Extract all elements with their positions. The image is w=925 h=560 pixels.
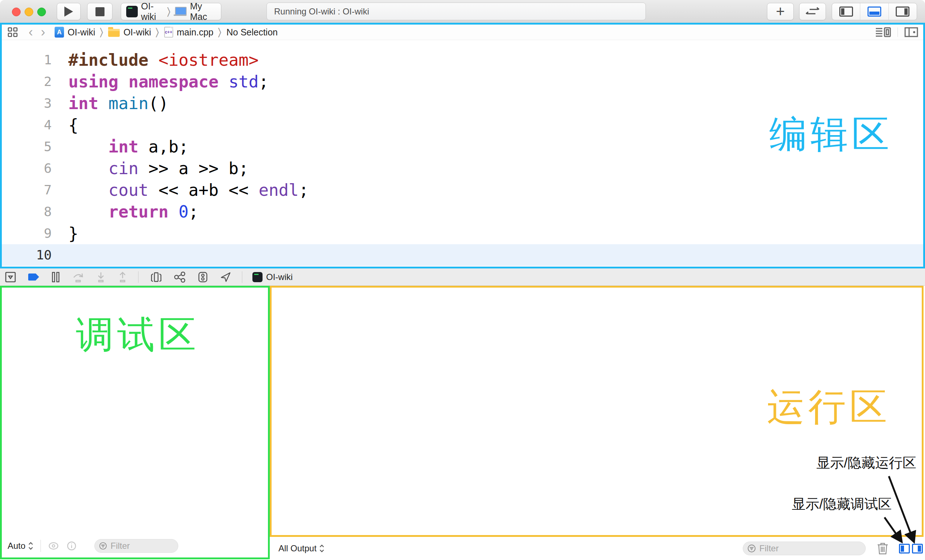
clear-console-trash-icon[interactable] (877, 542, 889, 555)
line-number[interactable]: 3 (2, 93, 56, 114)
view-debugger-icon (151, 272, 162, 282)
project-file-icon: A (54, 27, 64, 38)
process-app-icon (252, 272, 262, 282)
step-into-button[interactable] (96, 272, 105, 282)
console-output-selector[interactable]: All Output (279, 543, 324, 554)
activity-status-text: Running OI-wiki : OI-wiki (274, 6, 369, 17)
laptop-icon (173, 7, 187, 16)
code-line[interactable]: 10 (2, 244, 923, 266)
debug-area-annotation: 调试区 (76, 310, 200, 360)
line-number[interactable]: 2 (2, 71, 56, 93)
close-window-button[interactable] (12, 8, 21, 16)
code-line[interactable]: 9} (2, 222, 923, 244)
code-text: } (68, 222, 78, 244)
scope-selector-label: Auto (8, 541, 25, 551)
toggle-inspector-button[interactable] (889, 3, 917, 20)
toggle-navigator-button[interactable] (832, 3, 860, 20)
plus-icon: + (776, 3, 785, 20)
code-line[interactable]: 6 cin >> a >> b; (2, 158, 923, 179)
scheme-name: OI-wiki (141, 1, 163, 22)
code-line[interactable]: 4{ (2, 114, 923, 136)
minimize-window-button[interactable] (25, 8, 33, 16)
console-filter-field[interactable] (743, 542, 866, 555)
view-debugger-button[interactable] (151, 272, 162, 282)
stop-button[interactable] (87, 3, 113, 20)
breadcrumb-project-label: OI-wiki (68, 27, 95, 38)
editor-area: ‹ › A OI-wiki 〉 OI-wiki 〉 c++ main.cpp 〉… (0, 23, 925, 269)
breakpoint-icon (28, 273, 39, 281)
line-number[interactable]: 6 (2, 158, 56, 179)
step-over-button[interactable] (72, 272, 84, 282)
window-titlebar: OI-wiki 〉 My Mac Running OI-wiki : OI-wi… (0, 0, 925, 23)
info-icon[interactable] (67, 541, 76, 551)
pause-execution-button[interactable] (51, 272, 60, 282)
breadcrumb-file-label: main.cpp (177, 27, 213, 38)
breakpoints-toggle-button[interactable] (28, 273, 39, 281)
zoom-window-button[interactable] (37, 8, 46, 16)
breadcrumb-file[interactable]: c++ main.cpp (164, 27, 213, 38)
toggle-console-view-button[interactable] (912, 544, 923, 554)
editor-options-icon[interactable] (875, 27, 891, 38)
code-text: int main() (68, 93, 169, 114)
code-line[interactable]: 7 cout << a+b << endl; (2, 179, 923, 201)
console-filter-input[interactable] (759, 543, 861, 554)
line-number[interactable]: 9 (2, 222, 56, 244)
related-items-icon[interactable] (8, 27, 18, 37)
toggle-debug-area-button[interactable] (860, 3, 888, 20)
run-destination: My Mac (190, 1, 216, 22)
divider (41, 540, 41, 552)
line-number[interactable]: 7 (2, 179, 56, 201)
divider (138, 271, 139, 283)
code-line[interactable]: 8 return 0; (2, 201, 923, 222)
code-text: cin >> a >> b; (68, 158, 249, 179)
code-line[interactable]: 3int main() (2, 93, 923, 114)
breadcrumb-separator: 〉 (155, 27, 159, 38)
activity-status: Running OI-wiki : OI-wiki (267, 3, 646, 20)
breadcrumb-separator: 〉 (99, 27, 103, 38)
pause-icon (51, 272, 60, 282)
go-back-button[interactable]: ‹ (29, 26, 33, 39)
toggle-variables-view-button[interactable] (899, 544, 910, 554)
breadcrumb-group[interactable]: OI-wiki (108, 27, 151, 38)
quicklook-eye-icon[interactable] (48, 542, 59, 550)
environment-overrides-button[interactable] (198, 272, 208, 282)
step-over-icon (72, 272, 84, 282)
variables-scope-selector[interactable]: Auto (8, 541, 33, 551)
code-review-button[interactable] (799, 3, 826, 20)
run-button[interactable] (57, 3, 81, 20)
go-forward-button[interactable]: › (41, 26, 45, 39)
library-add-button[interactable]: + (767, 3, 794, 20)
folder-icon (108, 29, 120, 37)
line-number[interactable]: 8 (2, 201, 56, 222)
code-text: using namespace std; (68, 71, 269, 93)
line-number[interactable]: 1 (2, 49, 56, 71)
source-editor[interactable]: 1#include <iostream>2using namespace std… (2, 40, 923, 267)
add-editor-icon[interactable] (904, 27, 918, 38)
workspace-panel-toggles (832, 3, 917, 20)
breadcrumb-project[interactable]: A OI-wiki (54, 27, 95, 38)
location-arrow-icon (220, 272, 231, 282)
line-number[interactable]: 10 (2, 244, 56, 266)
scheme-selector[interactable]: OI-wiki 〉 My Mac (121, 3, 221, 20)
hide-debug-area-button[interactable] (5, 272, 16, 282)
debug-filter-field[interactable] (94, 539, 178, 553)
code-line[interactable]: 2using namespace std; (2, 71, 923, 93)
step-out-button[interactable] (118, 272, 127, 282)
line-number[interactable]: 4 (2, 114, 56, 136)
code-lines: 1#include <iostream>2using namespace std… (2, 40, 923, 266)
debug-area-panel-icon (868, 6, 881, 17)
code-line[interactable]: 1#include <iostream> (2, 49, 923, 71)
debug-filter-input[interactable] (110, 540, 173, 551)
callout-show-hide-run-area: 显示/隐藏运行区 (816, 454, 916, 472)
cpp-file-icon: c++ (164, 27, 173, 38)
debug-variables-area: 调试区 Auto (0, 286, 270, 559)
simulate-location-button[interactable] (220, 272, 231, 282)
process-selector[interactable]: OI-wiki (252, 272, 292, 282)
console-footer: All Output (270, 537, 925, 560)
chevron-separator: 〉 (167, 6, 170, 17)
memory-graph-button[interactable] (174, 272, 185, 282)
run-area-annotation: 运行区 (767, 382, 890, 433)
breadcrumb-selection[interactable]: No Selection (226, 27, 278, 38)
code-line[interactable]: 5 int a,b; (2, 136, 923, 158)
line-number[interactable]: 5 (2, 136, 56, 158)
